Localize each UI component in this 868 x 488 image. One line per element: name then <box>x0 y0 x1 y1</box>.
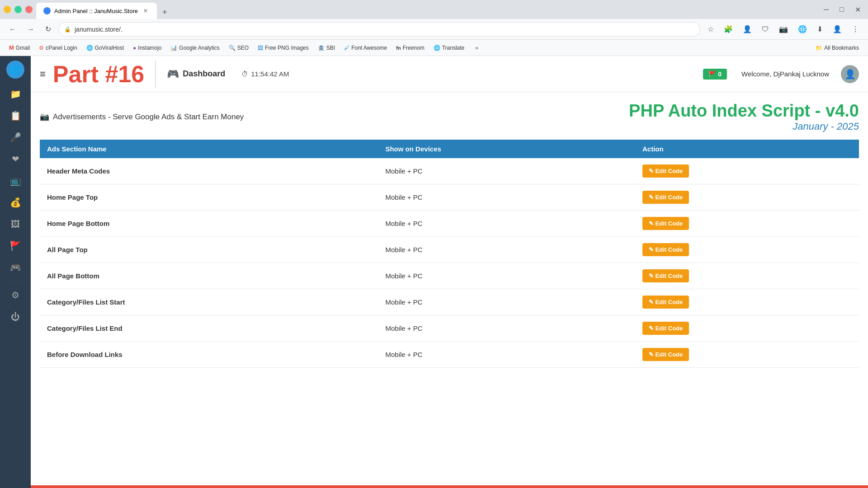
row-devices-6: Mobile + PC <box>378 315 635 342</box>
sidebar-flag-button[interactable]: 🚩 <box>5 236 25 256</box>
sbi-icon: 🏦 <box>318 45 325 51</box>
dashboard-section: 🎮 Dashboard ⏱ 11:54:42 AM 🚩 0 Welcome, D… <box>167 65 859 83</box>
back-button[interactable]: ← <box>5 23 20 35</box>
bookmark-google-analytics[interactable]: 📊 Google Analytics <box>167 43 223 53</box>
row-action-7: ✎ Edit Code <box>635 342 859 368</box>
column-devices-header: Show on Devices <box>378 140 635 158</box>
dashboard-label: Dashboard <box>183 69 225 79</box>
sidebar-mic-button[interactable]: 🎤 <box>5 127 25 147</box>
bookmark-star-button[interactable]: ☆ <box>704 23 717 35</box>
row-name-7: Before Download Links <box>40 342 378 368</box>
bookmarks-more-button[interactable]: » <box>472 43 482 53</box>
bookmark-cpanel[interactable]: ⚙ cPanel Login <box>35 43 80 53</box>
row-devices-4: Mobile + PC <box>378 263 635 289</box>
bookmark-goviralhost[interactable]: 🌐 GoViralHost <box>83 43 127 53</box>
window-minimize-button[interactable]: ─ <box>820 4 832 16</box>
sidebar-heart-button[interactable]: ❤ <box>5 149 25 169</box>
sidebar-globe-button[interactable]: 🌐 <box>6 61 24 79</box>
sidebar-image-button[interactable]: 🖼 <box>5 214 25 234</box>
edit-code-button-7[interactable]: ✎ Edit Code <box>642 348 689 361</box>
bookmark-free-png[interactable]: 🖼 Free PNG Images <box>254 43 312 53</box>
edit-code-button-6[interactable]: ✎ Edit Code <box>642 322 689 335</box>
ads-header-row: 📷 Advertisements - Serve Google Ads & St… <box>40 101 859 132</box>
sidebar-tv-button[interactable]: 📺 <box>5 171 25 191</box>
seo-icon: 🔍 <box>229 45 236 51</box>
more-button[interactable]: ⋮ <box>848 23 863 35</box>
row-action-6: ✎ Edit Code <box>635 315 859 342</box>
edit-code-button-3[interactable]: ✎ Edit Code <box>642 243 689 256</box>
browser-toolbar: ← → ↻ 🔒 janumusic.store/. ☆ 🧩 👤 🛡 📷 🌐 ⬇ … <box>0 19 868 40</box>
bookmark-font-awesome[interactable]: 🖋 Font Awesome <box>340 43 391 53</box>
flag-icon: 🚩 <box>708 70 716 78</box>
profile-button[interactable]: 👤 <box>739 23 755 35</box>
row-name-4: All Page Bottom <box>40 263 378 289</box>
edit-code-button-0[interactable]: ✎ Edit Code <box>642 164 689 178</box>
ads-section-title: 📷 Advertisements - Serve Google Ads & St… <box>40 112 244 122</box>
sidebar-clipboard-button[interactable]: 📋 <box>5 106 25 126</box>
table-header: Ads Section Name Show on Devices Action <box>40 140 859 158</box>
sidebar-game-button[interactable]: 🎮 <box>5 258 25 277</box>
refresh-button[interactable]: ↻ <box>42 23 55 35</box>
tab-close-icon[interactable]: ✕ <box>142 7 150 15</box>
user-avatar[interactable]: 👤 <box>841 65 859 83</box>
row-name-6: Category/Files List End <box>40 315 378 342</box>
forward-button[interactable]: → <box>24 23 38 35</box>
edit-code-button-1[interactable]: ✎ Edit Code <box>642 191 689 204</box>
extensions-button[interactable]: 🧩 <box>720 23 736 35</box>
dashboard-icon: 🎮 <box>167 68 179 80</box>
window-restore-button[interactable]: □ <box>836 4 848 16</box>
edit-code-button-4[interactable]: ✎ Edit Code <box>642 269 689 282</box>
address-bar[interactable]: 🔒 janumusic.store/. <box>58 22 700 37</box>
toolbar-actions: ☆ 🧩 👤 🛡 📷 🌐 ⬇ 👤 ⋮ <box>704 23 863 35</box>
bookmark-translate[interactable]: 🌐 Translate <box>430 43 468 53</box>
analytics-icon: 📊 <box>170 45 177 51</box>
part-title: Part #16 <box>53 61 144 88</box>
page-content: 🌐 📁 📋 🎤 ❤ 📺 💰 🖼 🚩 🎮 ⚙ ⏻ ≡ Part #16 <box>0 56 868 488</box>
page-body: 📷 Advertisements - Serve Google Ads & St… <box>31 92 868 485</box>
row-name-3: All Page Top <box>40 237 378 263</box>
translate-button[interactable]: 🌐 <box>794 23 811 35</box>
bookmark-instamojo[interactable]: ● Instamojo <box>129 43 165 53</box>
bottom-bar <box>31 485 868 488</box>
clock-display: ⏱ 11:54:42 AM <box>241 70 289 78</box>
download-button[interactable]: ⬇ <box>813 23 826 35</box>
shield-button[interactable]: 🛡 <box>758 23 773 35</box>
row-devices-3: Mobile + PC <box>378 237 635 263</box>
menu-toggle-button[interactable]: ≡ <box>40 68 46 80</box>
sidebar-files-button[interactable]: 📁 <box>5 84 25 104</box>
close-button[interactable] <box>25 6 33 13</box>
table-row: Header Meta CodesMobile + PC✎ Edit Code <box>40 158 859 184</box>
table-row: Home Page BottomMobile + PC✎ Edit Code <box>40 211 859 237</box>
window-close-button[interactable]: ✕ <box>851 4 864 16</box>
header-divider <box>155 61 156 88</box>
translate-icon: 🌐 <box>434 45 440 51</box>
url-display: janumusic.store/. <box>75 26 694 33</box>
gmail-icon: M <box>9 44 14 51</box>
php-script-title: PHP Auto Index Script - v4.0 January - 2… <box>629 101 859 132</box>
maximize-button[interactable] <box>14 6 22 13</box>
account-button[interactable]: 👤 <box>829 23 845 35</box>
new-tab-button[interactable]: + <box>159 6 171 19</box>
bookmark-sbi[interactable]: 🏦 SBI <box>314 43 339 53</box>
row-action-5: ✎ Edit Code <box>635 289 859 315</box>
bookmark-freenom[interactable]: fn Freenom <box>392 43 428 53</box>
sidebar-money-button[interactable]: 💰 <box>5 192 25 212</box>
table-row: Category/Files List EndMobile + PC✎ Edit… <box>40 315 859 342</box>
main-content: ≡ Part #16 🎮 Dashboard ⏱ 11:54:42 AM 🚩 0 <box>31 56 868 488</box>
dashboard-button[interactable]: 🎮 Dashboard <box>167 68 225 80</box>
sidebar-settings-button[interactable]: ⚙ <box>5 285 25 305</box>
row-action-4: ✎ Edit Code <box>635 263 859 289</box>
ads-table: Ads Section Name Show on Devices Action … <box>40 140 859 368</box>
minimize-button[interactable] <box>4 6 11 13</box>
row-action-0: ✎ Edit Code <box>635 158 859 184</box>
edit-code-button-2[interactable]: ✎ Edit Code <box>642 217 689 230</box>
edit-code-button-5[interactable]: ✎ Edit Code <box>642 296 689 309</box>
all-bookmarks-button[interactable]: 📁 All Bookmarks <box>812 43 863 53</box>
sidebar-power-button[interactable]: ⏻ <box>5 307 25 327</box>
screen-button[interactable]: 📷 <box>775 23 792 35</box>
bookmark-gmail[interactable]: M Gmail <box>5 42 33 53</box>
top-header: ≡ Part #16 🎮 Dashboard ⏱ 11:54:42 AM 🚩 0 <box>31 56 868 92</box>
bookmark-seo[interactable]: 🔍 SEO <box>225 43 252 53</box>
active-tab[interactable]: Admin Panel :: JanuMusic.Store ✕ <box>36 3 157 19</box>
clock-icon: ⏱ <box>241 70 248 78</box>
